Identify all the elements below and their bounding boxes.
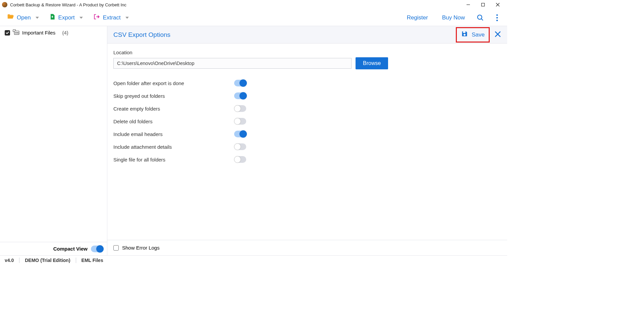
sidebar: EML Important Files (4) Compact View bbox=[0, 26, 107, 255]
app-body: EML Important Files (4) Compact View CSV… bbox=[0, 26, 507, 255]
option-toggle[interactable] bbox=[234, 131, 246, 137]
option-toggle[interactable] bbox=[234, 143, 246, 150]
save-label: Save bbox=[472, 31, 485, 38]
option-toggle[interactable] bbox=[234, 156, 246, 163]
svg-line-5 bbox=[481, 18, 483, 20]
option-row: Create empty folders bbox=[113, 102, 501, 115]
option-row: Include attachment details bbox=[113, 140, 501, 153]
status-bar: v4.0 DEMO (Trial Edition) EML Files bbox=[0, 255, 507, 265]
option-row: Skip greyed out folders bbox=[113, 89, 501, 102]
export-label: Export bbox=[58, 14, 75, 21]
svg-point-13 bbox=[464, 34, 466, 36]
option-row: Single file for all folders bbox=[113, 153, 501, 166]
folder-tree: EML Important Files (4) bbox=[0, 26, 107, 242]
show-error-logs-label: Show Error Logs bbox=[122, 245, 160, 251]
svg-rect-1 bbox=[482, 3, 485, 6]
option-toggle[interactable] bbox=[234, 105, 246, 112]
svg-point-6 bbox=[496, 14, 498, 16]
compact-view-toggle[interactable] bbox=[91, 246, 103, 252]
option-label: Delete old folders bbox=[113, 119, 234, 124]
option-label: Open folder after export is done bbox=[113, 80, 234, 86]
caret-down-icon bbox=[125, 17, 129, 19]
window-title: Corbett Backup & Restore Wizard - A Prod… bbox=[10, 2, 126, 7]
compact-view-label: Compact View bbox=[53, 246, 88, 252]
compact-view-row: Compact View bbox=[0, 242, 107, 255]
main-panel: CSV Export Options Save Location Browse bbox=[107, 26, 507, 255]
caret-down-icon bbox=[36, 17, 39, 19]
more-menu-button[interactable] bbox=[491, 12, 503, 24]
save-button-highlight: Save bbox=[456, 27, 490, 43]
eml-folder-icon: EML bbox=[13, 29, 19, 36]
option-row: Include email headers bbox=[113, 128, 501, 140]
register-link[interactable]: Register bbox=[402, 14, 433, 21]
buy-now-link[interactable]: Buy Now bbox=[437, 14, 470, 21]
panel-title: CSV Export Options bbox=[113, 31, 170, 39]
option-label: Include attachment details bbox=[113, 144, 234, 150]
open-button[interactable]: Open bbox=[4, 11, 42, 24]
main-toolbar: Open Export Extract Register Buy Now bbox=[0, 9, 507, 26]
option-label: Include email headers bbox=[113, 131, 234, 137]
option-toggle[interactable] bbox=[234, 92, 246, 99]
panel-body: Location Browse Open folder after export… bbox=[107, 44, 507, 240]
option-label: Single file for all folders bbox=[113, 157, 234, 162]
app-icon bbox=[2, 2, 7, 7]
extract-button[interactable]: Extract bbox=[90, 11, 131, 24]
status-edition: DEMO (Trial Edition) bbox=[25, 258, 70, 263]
panel-header: CSV Export Options Save bbox=[107, 26, 507, 44]
location-input[interactable] bbox=[113, 58, 352, 69]
tree-item-count: (4) bbox=[62, 30, 68, 36]
show-error-logs-checkbox[interactable] bbox=[113, 245, 119, 251]
folder-open-icon bbox=[7, 13, 14, 22]
location-label: Location bbox=[113, 50, 501, 55]
search-button[interactable] bbox=[474, 12, 486, 24]
save-button[interactable]: Save bbox=[461, 30, 485, 39]
option-toggle[interactable] bbox=[234, 118, 246, 125]
open-label: Open bbox=[17, 14, 31, 21]
status-files: EML Files bbox=[82, 258, 103, 263]
option-toggle[interactable] bbox=[234, 80, 246, 86]
extract-label: Extract bbox=[103, 14, 121, 21]
svg-rect-12 bbox=[463, 31, 466, 33]
option-row: Open folder after export is done bbox=[113, 77, 501, 89]
panel-footer: Show Error Logs bbox=[107, 240, 507, 255]
svg-point-8 bbox=[496, 19, 498, 21]
svg-text:EML: EML bbox=[15, 31, 19, 34]
maximize-button[interactable] bbox=[476, 0, 490, 9]
close-window-button[interactable] bbox=[490, 0, 505, 9]
file-export-icon bbox=[49, 13, 56, 22]
browse-button[interactable]: Browse bbox=[356, 57, 388, 69]
titlebar: Corbett Backup & Restore Wizard - A Prod… bbox=[0, 0, 507, 9]
extract-icon bbox=[93, 13, 100, 22]
checkbox-checked-icon[interactable] bbox=[5, 30, 10, 36]
tree-item[interactable]: EML Important Files (4) bbox=[5, 29, 102, 36]
option-row: Delete old folders bbox=[113, 115, 501, 128]
save-icon bbox=[461, 30, 468, 39]
option-label: Skip greyed out folders bbox=[113, 93, 234, 99]
caret-down-icon bbox=[79, 17, 83, 19]
minimize-button[interactable] bbox=[461, 0, 476, 9]
option-label: Create empty folders bbox=[113, 106, 234, 112]
tree-item-label: Important Files bbox=[22, 30, 55, 36]
export-button[interactable]: Export bbox=[46, 11, 86, 24]
svg-point-7 bbox=[496, 17, 498, 18]
close-panel-button[interactable] bbox=[494, 31, 501, 39]
status-version: v4.0 bbox=[5, 258, 14, 263]
